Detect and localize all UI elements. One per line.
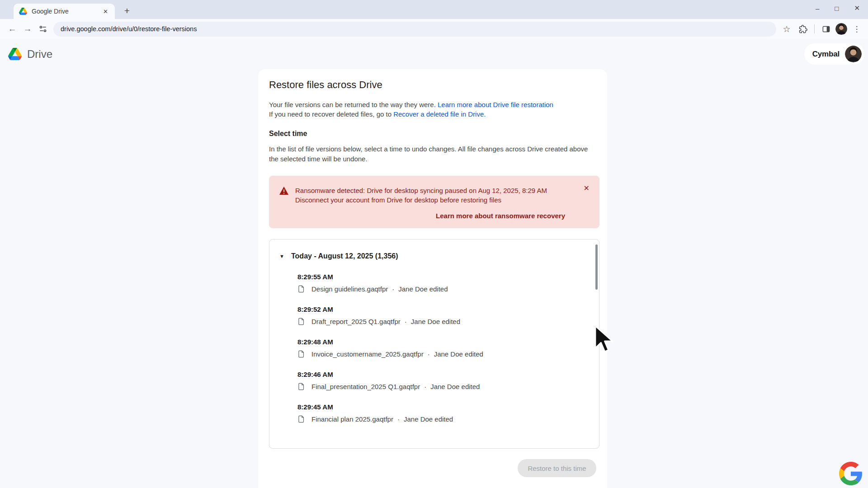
version-group-label: Today - August 12, 2025 (1,356): [291, 252, 398, 260]
alert-close-icon[interactable]: ✕: [582, 182, 591, 194]
alert-message-line1: Ransomware detected: Drive for desktop s…: [295, 186, 547, 195]
tab-title: Google Drive: [32, 8, 101, 15]
restore-panel: Restore files across Drive Your file ver…: [258, 69, 607, 488]
warning-icon: [279, 186, 289, 195]
window-minimize-button[interactable]: –: [816, 5, 819, 12]
separator-dot: ·: [397, 415, 400, 423]
version-action: Jane Doe edited: [430, 383, 480, 390]
version-item[interactable]: 8:29:55 AM Design guidelines.gaqtfpr · J…: [297, 273, 599, 293]
list-scrollbar-thumb[interactable]: [595, 244, 598, 290]
versions-list-card: ▼ Today - August 12, 2025 (1,356) 8:29:5…: [269, 239, 599, 449]
alert-message-line2: Disconnect your account from Drive for d…: [295, 195, 547, 205]
version-file-name: Design guidelines.gaqtfpr: [311, 285, 388, 293]
address-bar[interactable]: drive.google.com/drive/u/0/restore-file-…: [53, 22, 776, 37]
version-action: Jane Doe edited: [434, 350, 483, 358]
account-area: Cymbal: [804, 43, 864, 65]
org-logo: Cymbal: [812, 50, 840, 59]
version-item[interactable]: 8:29:45 AM Financial plan 2025.gaqtfpr ·…: [297, 403, 599, 423]
select-time-heading: Select time: [269, 130, 599, 138]
alert-message: Ransomware detected: Drive for desktop s…: [295, 186, 547, 205]
google-logo-icon: [839, 462, 863, 485]
separator-dot: ·: [428, 350, 430, 358]
window-close-button[interactable]: ✕: [854, 4, 860, 12]
page-body: Restore files across Drive Your file ver…: [0, 69, 868, 488]
bookmark-star-icon[interactable]: ☆: [780, 22, 793, 36]
ransomware-alert-banner: Ransomware detected: Drive for desktop s…: [269, 176, 599, 228]
ransomware-recovery-link[interactable]: Learn more about ransomware recovery: [436, 212, 565, 220]
url-text: drive.google.com/drive/u/0/restore-file-…: [61, 25, 197, 33]
toolbar-divider: [814, 24, 815, 33]
restore-to-this-time-button[interactable]: Restore to this time: [518, 459, 596, 477]
separator-dot: ·: [405, 318, 407, 325]
file-icon: [297, 285, 305, 293]
version-time: 8:29:45 AM: [297, 403, 599, 411]
page-title: Restore files across Drive: [269, 79, 599, 91]
intro-line2: If you need to recover deleted files, go…: [269, 110, 393, 118]
version-group-header[interactable]: ▼ Today - August 12, 2025 (1,356): [279, 252, 599, 260]
file-icon: [297, 350, 305, 358]
side-panel-icon[interactable]: [819, 22, 833, 36]
recover-deleted-file-link[interactable]: Recover a deleted file in Drive.: [393, 110, 486, 118]
window-maximize-button[interactable]: □: [835, 5, 839, 12]
browser-menu-icon[interactable]: ⋮: [850, 22, 863, 36]
version-time: 8:29:52 AM: [297, 305, 599, 313]
drive-logo-icon[interactable]: [8, 48, 22, 60]
account-avatar[interactable]: [845, 46, 862, 62]
tab-close-icon[interactable]: ✕: [101, 7, 110, 16]
intro-line1: Your file versions can be returned to th…: [269, 101, 438, 108]
version-time: 8:29:48 AM: [297, 338, 599, 346]
back-button[interactable]: ←: [5, 21, 20, 37]
file-icon: [297, 382, 305, 391]
collapse-caret-icon[interactable]: ▼: [279, 253, 286, 259]
site-settings-icon[interactable]: [35, 21, 51, 37]
version-time: 8:29:55 AM: [297, 273, 599, 281]
version-items: 8:29:55 AM Design guidelines.gaqtfpr · J…: [297, 273, 599, 423]
version-action: Jane Doe edited: [404, 415, 453, 423]
version-file-name: Financial plan 2025.gaqtfpr: [311, 415, 393, 423]
separator-dot: ·: [424, 383, 426, 390]
version-file-name: Final_presentation_2025 Q1.gaqtfpr: [311, 383, 420, 390]
browser-profile-avatar[interactable]: [835, 23, 847, 35]
browser-toolbar: ← → drive.google.com/drive/u/0/restore-f…: [0, 19, 868, 39]
separator-dot: ·: [392, 285, 394, 293]
browser-tab[interactable]: Google Drive ✕: [14, 4, 115, 19]
file-restoration-link[interactable]: Learn more about Drive file restoration: [438, 101, 553, 108]
browser-tab-strip: Google Drive ✕ + – □ ✕: [0, 0, 868, 19]
version-action: Jane Doe edited: [398, 285, 448, 293]
version-item[interactable]: 8:29:52 AM Draft_report_2025 Q1.gaqtfpr …: [297, 305, 599, 326]
app-name: Drive: [27, 48, 52, 61]
extensions-icon[interactable]: [796, 22, 810, 36]
version-item[interactable]: 8:29:48 AM Invoice_customername_2025.gaq…: [297, 338, 599, 358]
version-item[interactable]: 8:29:46 AM Final_presentation_2025 Q1.ga…: [297, 371, 599, 391]
drive-app-header: Drive Cymbal: [0, 39, 868, 69]
version-file-name: Draft_report_2025 Q1.gaqtfpr: [311, 318, 401, 325]
intro-text: Your file versions can be returned to th…: [269, 100, 599, 119]
forward-button[interactable]: →: [20, 21, 35, 37]
file-icon: [297, 415, 305, 423]
drive-favicon-icon: [19, 8, 27, 15]
new-tab-button[interactable]: +: [120, 4, 134, 18]
version-file-name: Invoice_customername_2025.gaqtfpr: [311, 350, 424, 358]
file-icon: [297, 317, 305, 326]
version-action: Jane Doe edited: [411, 318, 460, 325]
select-time-description: In the list of file versions below, sele…: [269, 144, 590, 164]
version-time: 8:29:46 AM: [297, 371, 599, 378]
